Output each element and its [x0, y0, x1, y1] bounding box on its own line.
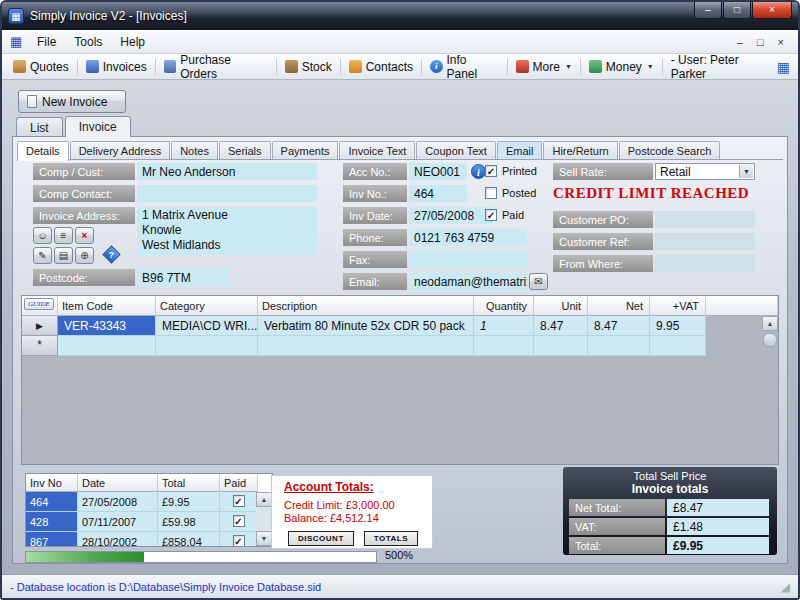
maximize-button[interactable]: □ [723, 2, 751, 19]
toolbar-contacts-button[interactable]: Contacts [346, 58, 416, 76]
menu-tools[interactable]: Tools [65, 32, 111, 52]
tab-payments[interactable]: Payments [272, 141, 339, 159]
cell-inv-no[interactable]: 464 [26, 492, 78, 512]
cell-date[interactable]: 28/10/2002 [78, 532, 158, 547]
printed-checkbox[interactable]: ✓ [485, 165, 497, 177]
grid-scrollbar[interactable]: ▲ [762, 316, 778, 349]
paid-checkbox[interactable]: ✓ [233, 495, 245, 507]
web-lookup-button[interactable]: ⊕ [75, 247, 94, 264]
scroll-down-icon[interactable]: ▼ [256, 531, 272, 546]
cell-quantity[interactable]: 1 [474, 316, 534, 336]
column-header-total[interactable]: Total [158, 474, 220, 492]
tab-email[interactable]: Email [497, 141, 543, 159]
print-address-button[interactable]: ▤ [54, 247, 73, 264]
toolbar-quotes-button[interactable]: Quotes [10, 58, 72, 76]
row-selector-icon[interactable]: ▶ [22, 316, 58, 336]
cell-net[interactable] [588, 336, 650, 356]
scroll-up-icon[interactable]: ▲ [762, 316, 778, 331]
cell-inv-no[interactable]: 428 [26, 512, 78, 532]
contact-card-button[interactable]: ☺ [33, 227, 52, 244]
posted-checkbox[interactable] [485, 187, 497, 199]
mdi-close-button[interactable]: × [778, 36, 784, 48]
minimize-button[interactable]: – [694, 2, 722, 19]
discount-button[interactable]: DISCOUNT [288, 531, 354, 546]
paid-checkbox[interactable]: ✓ [233, 515, 245, 527]
tab-list[interactable]: List [16, 117, 63, 137]
customer-ref-field[interactable] [655, 233, 755, 250]
table-row[interactable]: 428 07/11/2007 £59.98 ✓ [26, 512, 272, 532]
close-button[interactable]: × [752, 2, 792, 19]
scrollbar-thumb[interactable] [763, 333, 777, 347]
column-header-description[interactable]: Description [258, 296, 474, 316]
send-email-button[interactable]: ✉ [529, 273, 548, 290]
column-header-unit[interactable]: Unit [534, 296, 588, 316]
zoom-slider[interactable] [25, 551, 377, 563]
clear-address-button[interactable]: × [75, 227, 94, 244]
grid-tool-icon[interactable]: ▦ [777, 59, 790, 75]
cell-inv-no[interactable]: 867 [26, 532, 78, 547]
cell-vat[interactable] [650, 336, 706, 356]
fax-field[interactable] [409, 251, 527, 268]
paid-checkbox[interactable]: ✓ [233, 535, 245, 547]
cell-category[interactable]: MEDIA\CD WRI... [156, 316, 258, 336]
history-scrollbar[interactable]: ▲ ▼ [256, 492, 272, 546]
column-header-item-code[interactable]: Item Code [58, 296, 156, 316]
toolbar-info-panel-button[interactable]: i Info Panel [427, 51, 502, 83]
cell-item-code[interactable]: VER-43343 [58, 316, 156, 336]
new-row-icon[interactable]: * [22, 336, 58, 356]
column-header-date[interactable]: Date [78, 474, 158, 492]
column-header-vat[interactable]: +VAT [650, 296, 706, 316]
chevron-down-icon[interactable]: ▼ [739, 165, 753, 178]
mdi-restore-button[interactable]: □ [757, 36, 764, 48]
tab-invoice-text[interactable]: Invoice Text [339, 141, 415, 159]
cell-total[interactable]: £858.04 [158, 532, 220, 547]
tab-invoice[interactable]: Invoice [65, 116, 131, 137]
cell-quantity[interactable] [474, 336, 534, 356]
menu-help[interactable]: Help [111, 32, 154, 52]
tab-notes[interactable]: Notes [171, 141, 218, 159]
tab-coupon-text[interactable]: Coupon Text [416, 141, 496, 159]
column-header-quantity[interactable]: Quantity [474, 296, 534, 316]
paid-checkbox[interactable]: ✓ [485, 209, 497, 221]
mdi-minimize-button[interactable]: – [737, 36, 743, 48]
postcode-field[interactable]: B96 7TM [137, 269, 229, 286]
column-header-inv-no[interactable]: Inv No [26, 474, 78, 492]
cell-total[interactable]: £59.98 [158, 512, 220, 532]
toolbar-purchase-orders-button[interactable]: Purchase Orders [161, 51, 271, 83]
toolbar-more-button[interactable]: More ▼ [513, 58, 575, 76]
totals-button[interactable]: TOTALS [364, 531, 418, 546]
cell-vat[interactable]: 9.95 [650, 316, 706, 336]
new-invoice-button[interactable]: New Invoice [18, 90, 126, 113]
invoice-address-field[interactable]: 1 Matrix Avenue Knowle West Midlands [137, 207, 317, 255]
inv-no-field[interactable]: 464 [409, 185, 467, 202]
cell-total[interactable]: £9.95 [158, 492, 220, 512]
comp-cust-field[interactable]: Mr Neo Anderson [137, 163, 317, 180]
cell-date[interactable]: 27/05/2008 [78, 492, 158, 512]
from-where-field[interactable] [655, 255, 755, 272]
address-list-button[interactable]: ≡ [54, 227, 73, 244]
column-header-net[interactable]: Net [588, 296, 650, 316]
column-header-category[interactable]: Category [156, 296, 258, 316]
tab-hire-return[interactable]: Hire/Return [543, 141, 617, 159]
toolbar-invoices-button[interactable]: Invoices [83, 58, 150, 76]
cell-date[interactable]: 07/11/2007 [78, 512, 158, 532]
scroll-up-icon[interactable]: ▲ [256, 492, 272, 507]
guide-button[interactable]: GUIDE [24, 298, 54, 310]
column-header-paid[interactable]: Paid [220, 474, 258, 492]
tab-serials[interactable]: Serials [219, 141, 271, 159]
tab-details[interactable]: Details [17, 141, 69, 161]
phone-field[interactable]: 0121 763 4759 [409, 229, 527, 246]
resize-grip-icon[interactable]: ◢ [781, 580, 790, 594]
toolbar-money-button[interactable]: Money ▼ [586, 58, 657, 76]
customer-po-field[interactable] [655, 211, 755, 228]
edit-address-button[interactable]: ✎ [33, 247, 52, 264]
account-info-button[interactable]: i [471, 164, 486, 179]
tab-delivery-address[interactable]: Delivery Address [70, 141, 171, 159]
acc-no-field[interactable]: NEO001 [409, 163, 467, 180]
cell-unit[interactable]: 8.47 [534, 316, 588, 336]
toolbar-stock-button[interactable]: Stock [282, 58, 335, 76]
cell-item-code[interactable] [58, 336, 156, 356]
table-row[interactable]: 464 27/05/2008 £9.95 ✓ [26, 492, 272, 512]
cell-unit[interactable] [534, 336, 588, 356]
cell-category[interactable] [156, 336, 258, 356]
